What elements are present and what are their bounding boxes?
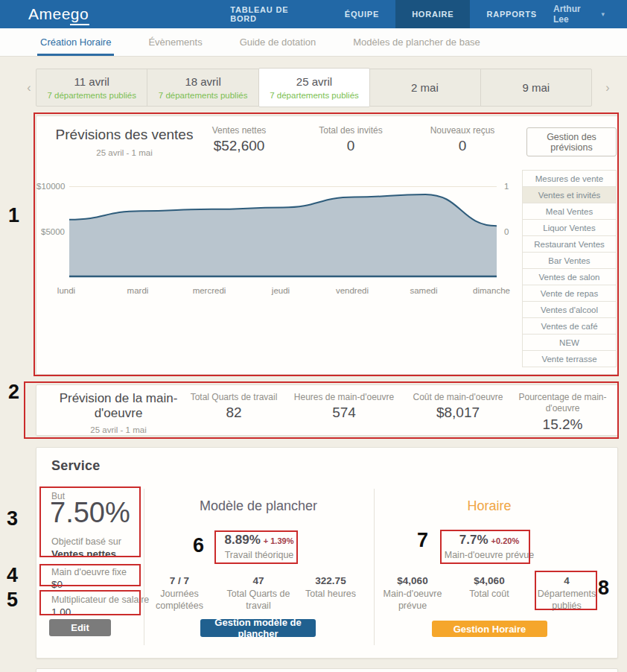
stat-value: 15.2% — [512, 416, 613, 433]
week-tab-date: 9 mai — [522, 81, 550, 94]
y-axis-tick-left-bottom: $5000 — [36, 227, 65, 236]
x-tick-jeudi: jeudi — [245, 286, 316, 295]
schedule-pct-label: Main-d'oeuvre prévue — [437, 550, 541, 560]
x-tick-mardi: mardi — [102, 286, 174, 295]
stat-label: Nouveaux reçus — [410, 125, 515, 136]
y-axis-tick-left-top: $10000 — [36, 182, 65, 191]
measure-item-bar-ventes[interactable]: Bar Ventes — [522, 252, 617, 269]
stat-value: 47 — [217, 575, 299, 586]
stat-label: Total Quarts de travail — [225, 589, 292, 612]
measure-item-header[interactable]: Mesures de vente — [522, 170, 617, 187]
floor-model-delta: + 1.39% — [264, 536, 294, 545]
fixed-labor-value: $0 — [51, 579, 63, 590]
sales-forecast-header: Prévisions des ventes 25 avril - 1 mai — [45, 127, 203, 157]
stat-value: $8,017 — [402, 405, 514, 421]
gestion-horaire-button[interactable]: Gestion Horaire — [432, 621, 547, 637]
week-tab-date: 11 avril — [74, 75, 109, 88]
stat-value: 0 — [299, 138, 403, 154]
labor-forecast-daterange: 25 avril - 1 mai — [44, 425, 193, 434]
schedule-stat-main-doeuvre: $4,060 Main-d'oeuvre prévue — [372, 575, 453, 612]
x-tick-samedi: samedi — [388, 286, 459, 295]
measure-item-ventes-de-cafe[interactable]: Ventes de café — [522, 317, 617, 335]
goal-basis-value: Ventes nettes — [51, 548, 116, 560]
x-tick-lundi: lundi — [31, 286, 102, 295]
measure-item-ventes-de-salon[interactable]: Ventes de salon — [522, 268, 617, 285]
gestion-modele-plancher-button[interactable]: Gestion modèle de plancher — [200, 619, 316, 637]
app-logo[interactable]: Ameego — [28, 5, 89, 23]
stat-value: 574 — [288, 405, 400, 421]
prev-week-arrow-icon[interactable]: ‹ — [23, 81, 35, 95]
stat-label: Pourcentage de main-d'oeuvre — [512, 392, 613, 414]
top-navbar: Ameego TABLEAU DE BORD ÉQUIPE HORAIRE RA… — [0, 0, 627, 28]
wage-multiplier-value: 1.00 — [51, 606, 71, 618]
column-divider — [374, 489, 375, 645]
user-name: Arthur Lee — [553, 4, 597, 25]
sales-measures-list: Mesures de vente Ventes et invités Meal … — [522, 171, 617, 367]
edit-button[interactable]: Edit — [49, 619, 111, 636]
floor-stat-journees: 7 / 7 Journées complétées — [139, 575, 220, 612]
annotation-number-5: 5 — [7, 589, 18, 612]
stat-label: Total heures — [290, 589, 372, 600]
measure-item-restaurant-ventes[interactable]: Restaurant Ventes — [522, 235, 617, 253]
week-tab-9-mai[interactable]: 9 mai — [481, 69, 591, 106]
service-panel: Service But 7.50% Objectif basé sur Vent… — [36, 447, 618, 659]
goal-value: 7.50% — [50, 497, 130, 529]
x-tick-mercredi: mercredi — [174, 286, 245, 295]
schedule-stat-total-cout: $4,060 Total coût — [448, 575, 530, 600]
measure-item-vente-terrasse[interactable]: Vente terrasse — [522, 350, 617, 367]
stat-label: Journées complétées — [139, 589, 220, 612]
measure-item-vente-de-repas[interactable]: Vente de repas — [522, 285, 617, 302]
sales-area-fill — [69, 194, 497, 276]
x-tick-vendredi: vendredi — [316, 286, 388, 295]
nav-tableau-de-bord[interactable]: TABLEAU DE BORD — [214, 0, 328, 28]
sales-forecast-title: Prévisions des ventes — [45, 127, 203, 143]
published-badge: 7 départements publiés — [270, 91, 359, 100]
tab-creation-horaire[interactable]: Création Horaire — [37, 28, 114, 56]
week-tab-18-avril[interactable]: 18 avril 7 départements publiés — [147, 69, 258, 106]
sales-area-chart-svg — [36, 171, 521, 283]
tab-evenements[interactable]: Évènements — [145, 28, 205, 56]
stat-total-quarts: Total Quarts de travail 82 — [178, 392, 290, 421]
secondary-nav: Création Horaire Évènements Guide de dot… — [0, 28, 627, 57]
labor-forecast-header: Prévision de la main-d'oeuvre 25 avril -… — [44, 391, 193, 434]
stat-label: Heures de main-d'oeuvre — [288, 392, 400, 402]
tab-guide-de-dotation[interactable]: Guide de dotation — [237, 28, 319, 56]
measure-item-ventes-et-invites[interactable]: Ventes et invités — [522, 186, 617, 203]
week-tab-25-avril[interactable]: 25 avril 7 départements publiés — [258, 68, 370, 107]
nav-rapports[interactable]: RAPPORTS — [470, 0, 553, 28]
nav-horaire[interactable]: HORAIRE — [395, 0, 470, 28]
stat-cout-main-doeuvre: Coût de main-d'oeuvre $8,017 — [402, 392, 514, 421]
schedule-stat-departements: 4 Départements publiés — [526, 575, 608, 612]
stat-value: 82 — [178, 405, 290, 421]
stat-label: Total des invités — [299, 125, 403, 136]
measure-item-new[interactable]: NEW — [522, 334, 617, 351]
fixed-labor-label: Main d'oeuvre fixe — [51, 567, 127, 577]
measure-item-liquor-ventes[interactable]: Liquor Ventes — [522, 219, 617, 236]
stat-label: Total Quarts de travail — [178, 392, 290, 402]
annotation-number-2: 2 — [8, 381, 19, 404]
wage-multiplier-label: Multiplicateur de salaire — [51, 595, 149, 605]
next-week-arrow-icon[interactable]: › — [602, 81, 614, 95]
stat-label: Total coût — [467, 589, 512, 600]
sales-forecast-panel: Prévisions des ventes 25 avril - 1 mai V… — [36, 115, 618, 375]
schedule-pct: 7.7% — [459, 533, 488, 547]
measure-item-meal-ventes[interactable]: Meal Ventes — [522, 203, 617, 220]
x-tick-dimanche: dimanche — [456, 286, 527, 295]
sales-forecast-daterange: 25 avril - 1 mai — [45, 148, 203, 157]
nav-equipe[interactable]: ÉQUIPE — [328, 0, 395, 28]
floor-model-pct: 8.89% — [225, 533, 261, 547]
column-divider — [144, 489, 144, 645]
stat-value: $52,600 — [187, 138, 291, 154]
sales-chart: $10000 $5000 1 0 lundi mardi mercredi je… — [36, 171, 521, 299]
goal-basis-label: Objectif basé sur — [51, 536, 121, 547]
week-tab-11-avril[interactable]: 11 avril 7 départements publiés — [36, 69, 147, 106]
gestion-previsions-button[interactable]: Gestion des prévisions — [526, 127, 617, 156]
floor-stat-heures: 322.75 Total heures — [290, 575, 372, 600]
stat-value: 0 — [410, 138, 515, 154]
measure-item-ventes-alcool[interactable]: Ventes d'alcool — [522, 301, 617, 318]
week-tab-date: 18 avril — [185, 75, 220, 88]
week-tab-2-mai[interactable]: 2 mai — [369, 69, 480, 106]
tab-modeles-plancher-base[interactable]: Modèles de plancher de base — [350, 28, 483, 56]
published-badge: 7 départements publiés — [159, 91, 248, 100]
user-menu[interactable]: Arthur Lee ▾ — [553, 0, 605, 28]
